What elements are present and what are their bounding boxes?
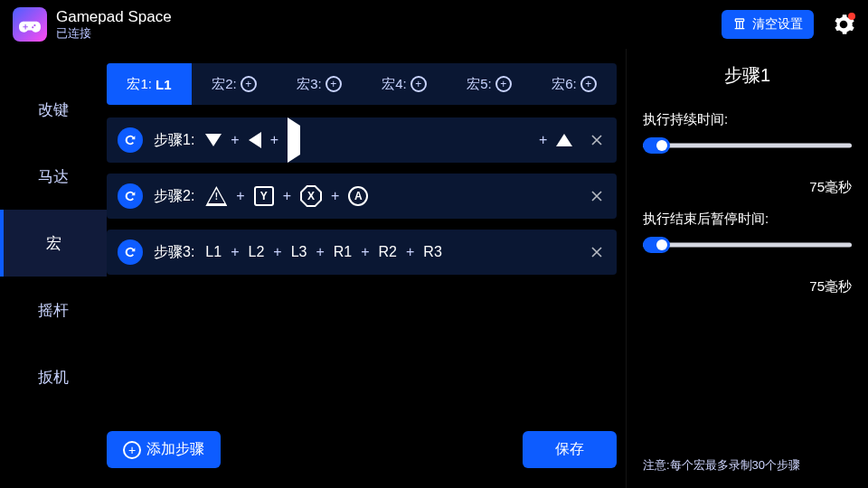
svg-rect-0 <box>735 19 743 22</box>
sidebar: 改键 马达 宏 摇杆 扳机 <box>0 49 107 488</box>
replay-button[interactable] <box>118 183 143 209</box>
app-icon <box>13 7 47 42</box>
note-text: 注意:每个宏最多录制30个步骤 <box>643 457 852 474</box>
plus-circle-icon: + <box>580 76 597 92</box>
tab-macro-5[interactable]: 宏5: + <box>447 63 532 105</box>
shoulder-button-label: R2 <box>379 244 397 260</box>
add-step-button[interactable]: + 添加步骤 <box>107 431 221 468</box>
settings-button[interactable] <box>832 13 855 36</box>
shoulder-button-label: R1 <box>334 244 352 260</box>
replay-button[interactable] <box>118 127 143 153</box>
plus-circle-icon: + <box>123 441 141 459</box>
tab-macro-4[interactable]: 宏4: + <box>362 63 447 105</box>
tab-macro-3[interactable]: 宏3: + <box>277 63 362 105</box>
panel-title: 步骤1 <box>643 63 852 88</box>
tab-macro-2[interactable]: 宏2: + <box>192 63 277 105</box>
step-row[interactable]: 步骤1: + + + <box>107 117 617 163</box>
tab-macro-6[interactable]: 宏6: + <box>532 63 617 105</box>
a-button-icon: A <box>348 186 368 206</box>
dpad-left-icon <box>249 132 261 148</box>
step-row[interactable]: 步骤3: L1+L2+L3+R1+R2+R3 <box>107 230 617 275</box>
y-button-icon: Y <box>254 186 274 206</box>
broom-icon <box>732 17 747 32</box>
dpad-down-icon <box>205 134 222 146</box>
tab-macro-1[interactable]: 宏1: L1 <box>107 63 192 105</box>
delete-step-button[interactable] <box>588 131 606 149</box>
duration-value: 75毫秒 <box>643 163 852 196</box>
plus-circle-icon: + <box>241 76 257 92</box>
step-label: 步骤2: <box>154 187 194 206</box>
notification-dot <box>848 13 855 20</box>
refresh-icon <box>123 133 137 147</box>
shoulder-button-label: L3 <box>291 244 307 260</box>
step-label: 步骤1: <box>154 131 194 150</box>
sidebar-item-remap[interactable]: 改键 <box>0 76 107 143</box>
delete-step-button[interactable] <box>588 187 606 205</box>
step-tokens: L1+L2+L3+R1+R2+R3 <box>205 244 577 260</box>
shoulder-button-label: L1 <box>205 244 222 260</box>
save-button[interactable]: 保存 <box>523 431 617 468</box>
sidebar-item-trigger[interactable]: 扳机 <box>0 343 107 410</box>
connection-status: 已连接 <box>56 26 712 41</box>
duration-slider[interactable] <box>643 137 852 154</box>
plus-circle-icon: + <box>326 76 342 92</box>
pause-slider[interactable] <box>643 237 852 253</box>
refresh-icon <box>123 245 137 259</box>
step-tokens: + + + <box>205 117 577 163</box>
app-title: Gamepad Space <box>56 8 712 26</box>
plus-circle-icon: + <box>495 76 512 92</box>
refresh-icon <box>123 189 137 203</box>
step-tokens: !+ Y+ X+ A <box>205 185 577 207</box>
sidebar-item-motor[interactable]: 马达 <box>0 143 107 210</box>
sidebar-item-stick[interactable]: 摇杆 <box>0 277 107 343</box>
x-button-icon: X <box>300 185 322 207</box>
dpad-right-icon <box>288 117 530 163</box>
shoulder-button-label: L2 <box>248 244 264 260</box>
step-row[interactable]: 步骤2: !+ Y+ X+ A <box>107 174 617 219</box>
step-label: 步骤3: <box>154 243 194 262</box>
pause-value: 75毫秒 <box>643 262 852 296</box>
delete-step-button[interactable] <box>588 243 606 261</box>
duration-label: 执行持续时间: <box>643 111 852 128</box>
sidebar-item-macro[interactable]: 宏 <box>0 210 107 277</box>
triangle-button-icon: ! <box>205 186 227 206</box>
dpad-up-icon <box>556 134 572 146</box>
replay-button[interactable] <box>118 239 143 265</box>
macro-tabs: 宏1: L1 宏2: + 宏3: + 宏4: + 宏5: + 宏6: + <box>107 63 617 105</box>
pause-label: 执行结束后暂停时间: <box>643 211 852 228</box>
step-detail-panel: 步骤1 执行持续时间: 75毫秒 执行结束后暂停时间: 75毫秒 注意:每个宏最… <box>626 49 868 488</box>
plus-circle-icon: + <box>410 76 427 92</box>
clear-settings-button[interactable]: 清空设置 <box>722 10 814 39</box>
shoulder-button-label: R3 <box>423 244 441 260</box>
